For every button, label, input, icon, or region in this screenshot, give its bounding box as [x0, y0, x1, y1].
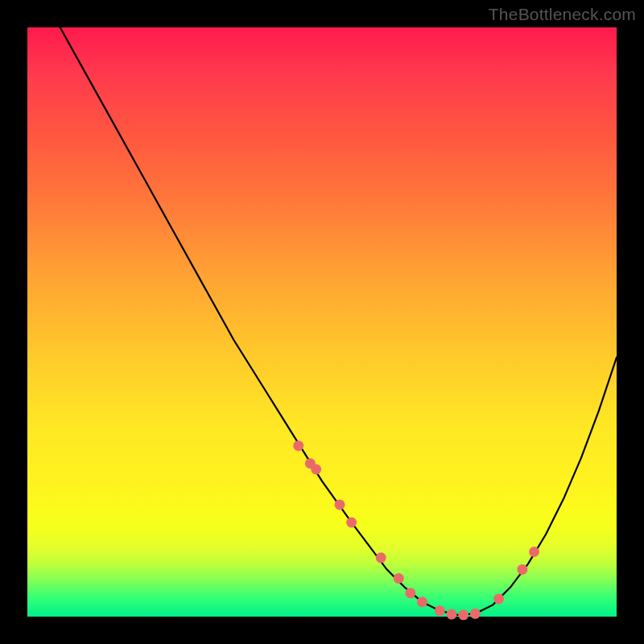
curve-marker — [293, 440, 303, 451]
curve-marker — [447, 609, 457, 620]
curve-marker — [405, 588, 415, 598]
chart-frame: TheBottleneck.com — [0, 0, 644, 644]
curve-marker — [417, 597, 427, 607]
curve-path — [27, 0, 617, 615]
curve-marker — [335, 499, 345, 510]
curve-marker — [529, 547, 539, 557]
bottleneck-curve — [27, 27, 617, 617]
watermark-text: TheBottleneck.com — [489, 5, 636, 24]
plot-area — [27, 27, 617, 617]
curve-marker — [435, 605, 445, 616]
curve-marker — [311, 464, 321, 475]
curve-marker — [376, 552, 386, 563]
curve-marker — [458, 609, 469, 620]
curve-marker — [346, 517, 357, 527]
curve-marker — [394, 573, 404, 584]
curve-marker — [517, 564, 527, 575]
curve-marker — [493, 594, 504, 605]
curve-marker — [470, 609, 481, 619]
